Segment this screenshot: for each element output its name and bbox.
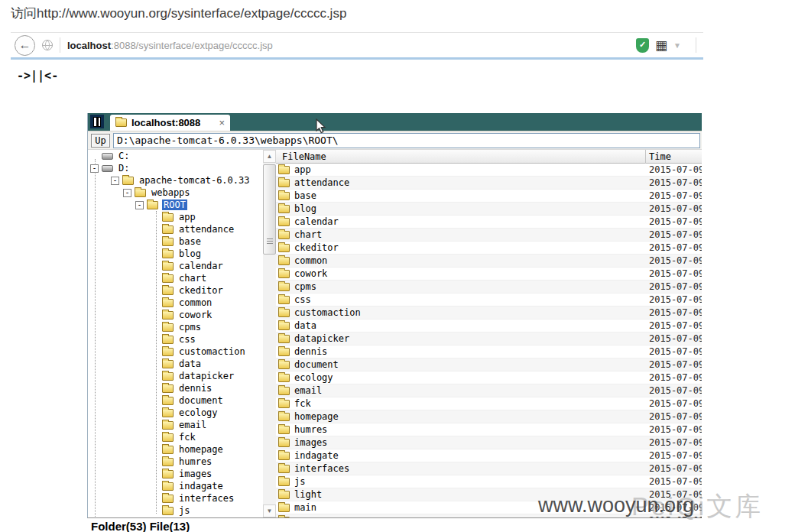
- file-row[interactable]: document 2015-07-09: [276, 358, 702, 371]
- file-name: ecology: [294, 372, 333, 383]
- file-time: 2015-07-09: [649, 372, 702, 383]
- tree-item[interactable]: dennis: [88, 382, 263, 394]
- file-row[interactable]: fck 2015-07-09: [276, 397, 702, 410]
- tree-item[interactable]: interfaces: [88, 492, 263, 504]
- tree-item[interactable]: fck: [88, 431, 263, 443]
- chevron-down-icon[interactable]: ▼: [673, 41, 681, 50]
- address-bar[interactable]: localhost:8088/sysinterface/extpage/cccc…: [67, 40, 273, 51]
- folder-icon: [278, 335, 290, 343]
- scroll-down-icon[interactable]: ▼: [263, 504, 276, 517]
- folder-icon: [278, 179, 290, 187]
- file-row[interactable]: blog 2015-07-09: [276, 203, 702, 216]
- folder-icon: [278, 348, 290, 356]
- file-row[interactable]: cowork 2015-07-09: [276, 268, 702, 281]
- tree-item-label: cpms: [177, 322, 203, 332]
- file-row[interactable]: datapicker 2015-07-09: [276, 332, 702, 345]
- tree-item[interactable]: app: [88, 211, 263, 223]
- file-row[interactable]: css 2015-07-09: [276, 294, 702, 307]
- file-row[interactable]: app 2015-07-09: [276, 164, 702, 177]
- tree-item[interactable]: humres: [88, 456, 263, 468]
- tree-item[interactable]: common: [88, 297, 263, 309]
- tree-item[interactable]: cowork: [88, 309, 263, 321]
- tab-localhost[interactable]: localhost:8088 ×: [110, 115, 230, 131]
- folder-icon: [162, 274, 174, 283]
- file-row[interactable]: data 2015-07-09: [276, 320, 702, 332]
- folder-icon: [162, 458, 174, 466]
- tree-expander-icon[interactable]: -: [111, 177, 119, 185]
- file-row[interactable]: attendance 2015-07-09: [276, 177, 702, 190]
- qr-code-icon[interactable]: ▦: [655, 39, 667, 52]
- tree-item[interactable]: calendar: [88, 260, 263, 272]
- tree-item-label: attendance: [177, 224, 235, 235]
- tree-item[interactable]: blog: [88, 248, 263, 260]
- scrollbar-thumb[interactable]: [263, 164, 276, 255]
- tree-item[interactable]: base: [88, 235, 263, 248]
- tree-item[interactable]: customaction: [88, 345, 263, 358]
- tree-item-label: document: [177, 395, 225, 406]
- tree-item[interactable]: data: [88, 358, 263, 370]
- path-input[interactable]: D:\apache-tomcat-6.0.33\webapps\ROOT\: [113, 133, 700, 148]
- close-icon[interactable]: ×: [219, 118, 225, 128]
- file-row[interactable]: interfaces 2015-07-09: [276, 462, 702, 475]
- file-name: data: [294, 320, 316, 331]
- folder-icon: [162, 397, 174, 405]
- tree-item[interactable]: css: [88, 333, 263, 345]
- file-row[interactable]: calendar 2015-07-09: [276, 216, 702, 229]
- column-divider[interactable]: [645, 150, 646, 164]
- file-time: 2015-07-09: [649, 346, 702, 357]
- file-row[interactable]: js 2015-07-09: [276, 475, 702, 488]
- tree-item[interactable]: C:: [88, 150, 263, 162]
- tree-item-label: C:: [117, 151, 131, 161]
- security-shield-icon[interactable]: ✓: [636, 38, 649, 53]
- tree-expander-icon[interactable]: -: [90, 164, 99, 173]
- tree-item[interactable]: cpms: [88, 321, 263, 333]
- file-name: email: [294, 385, 322, 396]
- tree-item[interactable]: attendance: [88, 223, 263, 235]
- file-row[interactable]: customaction 2015-07-09: [276, 307, 702, 320]
- file-row[interactable]: indagate 2015-07-09: [276, 449, 702, 462]
- tree-expander-icon[interactable]: -: [123, 189, 131, 197]
- file-row[interactable]: common 2015-07-09: [276, 255, 702, 268]
- url-path: :8088/sysinterface/extpage/ccccc.jsp: [111, 40, 273, 51]
- tree-item[interactable]: datapicker: [88, 370, 263, 382]
- file-row[interactable]: humres 2015-07-09: [276, 423, 702, 436]
- file-row[interactable]: base 2015-07-09: [276, 190, 702, 203]
- file-row[interactable]: cpms 2015-07-09: [276, 281, 702, 294]
- column-filename[interactable]: FileName: [282, 151, 326, 162]
- tree-item[interactable]: - D:: [88, 162, 263, 174]
- drive-icon: [102, 165, 113, 172]
- back-button[interactable]: ←: [15, 35, 35, 56]
- file-row[interactable]: email 2015-07-09: [276, 384, 702, 397]
- column-time[interactable]: Time: [649, 151, 671, 162]
- file-name: indagate: [294, 450, 339, 461]
- tree-item[interactable]: - apache-tomcat-6.0.33: [88, 174, 263, 187]
- tree-item[interactable]: - webapps: [88, 187, 263, 199]
- tree-item[interactable]: indagate: [88, 480, 263, 492]
- tree-item[interactable]: js: [88, 504, 263, 517]
- tree-item[interactable]: document: [88, 394, 263, 407]
- file-row[interactable]: ckeditor 2015-07-09: [276, 242, 702, 255]
- tree-item[interactable]: images: [88, 468, 263, 480]
- tree-scrollbar[interactable]: ▲ ▼: [263, 150, 276, 517]
- file-row[interactable]: chart 2015-07-09: [276, 229, 702, 242]
- tree-item[interactable]: light: [88, 517, 263, 517]
- tree-item[interactable]: ckeditor: [88, 284, 263, 297]
- tree-expander-icon[interactable]: -: [135, 201, 144, 209]
- folder-icon: [115, 118, 127, 127]
- up-button[interactable]: Up: [91, 134, 110, 148]
- file-row[interactable]: homepage 2015-07-09: [276, 410, 702, 423]
- file-row[interactable]: ecology 2015-07-09: [276, 371, 702, 384]
- file-row[interactable]: images 2015-07-09: [276, 436, 702, 449]
- file-manager-window: localhost:8088 × Up D:\apache-tomcat-6.0…: [87, 113, 702, 518]
- tree-item-label: homepage: [177, 444, 225, 455]
- tree-item[interactable]: - ROOT: [88, 199, 263, 211]
- folder-icon: [278, 192, 290, 200]
- file-row[interactable]: dennis 2015-07-09: [276, 345, 702, 358]
- scroll-up-icon[interactable]: ▲: [263, 150, 276, 163]
- file-name: chart: [294, 229, 322, 240]
- tree-item[interactable]: homepage: [88, 443, 263, 456]
- tree-item-label: datapicker: [177, 371, 235, 381]
- tree-item[interactable]: ecology: [88, 407, 263, 419]
- tree-item[interactable]: email: [88, 419, 263, 431]
- tree-item[interactable]: chart: [88, 272, 263, 284]
